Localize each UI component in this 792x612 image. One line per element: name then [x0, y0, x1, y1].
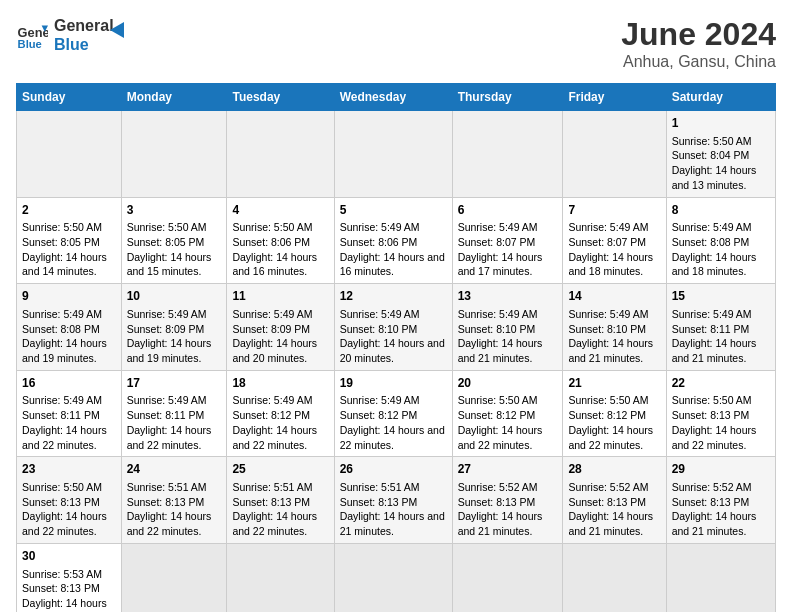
- sunrise-label: Sunrise: 5:50 AM: [127, 221, 207, 233]
- day-number: 25: [232, 461, 328, 478]
- sunrise-label: Sunrise: 5:49 AM: [232, 308, 312, 320]
- svg-marker-3: [110, 22, 124, 38]
- calendar-header: Sunday Monday Tuesday Wednesday Thursday…: [17, 84, 776, 111]
- daylight-label: Daylight: 14 hours and 22 minutes.: [232, 424, 317, 451]
- cell-week3-day4: 12 Sunrise: 5:49 AM Sunset: 8:10 PM Dayl…: [334, 284, 452, 371]
- title-block: June 2024 Anhua, Gansu, China: [621, 16, 776, 71]
- cell-week1-day1: [17, 111, 122, 198]
- cell-week5-day6: 28 Sunrise: 5:52 AM Sunset: 8:13 PM Dayl…: [563, 457, 666, 544]
- daylight-label: Daylight: 14 hours and 21 minutes.: [672, 337, 757, 364]
- daylight-label: Daylight: 14 hours and 22 minutes.: [672, 424, 757, 451]
- daylight-label: Daylight: 14 hours and 21 minutes.: [458, 337, 543, 364]
- calendar-location: Anhua, Gansu, China: [621, 53, 776, 71]
- daylight-label: Daylight: 14 hours and 19 minutes.: [127, 337, 212, 364]
- cell-week3-day1: 9 Sunrise: 5:49 AM Sunset: 8:08 PM Dayli…: [17, 284, 122, 371]
- week-row-4: 16 Sunrise: 5:49 AM Sunset: 8:11 PM Dayl…: [17, 370, 776, 457]
- day-number: 27: [458, 461, 558, 478]
- day-number: 5: [340, 202, 447, 219]
- sunset-label: Sunset: 8:08 PM: [672, 236, 750, 248]
- cell-week1-day5: [452, 111, 563, 198]
- col-thursday: Thursday: [452, 84, 563, 111]
- cell-week6-day2: [121, 543, 227, 612]
- sunrise-label: Sunrise: 5:50 AM: [22, 221, 102, 233]
- sunset-label: Sunset: 8:04 PM: [672, 149, 750, 161]
- sunrise-label: Sunrise: 5:49 AM: [458, 308, 538, 320]
- sunrise-label: Sunrise: 5:49 AM: [568, 221, 648, 233]
- day-number: 9: [22, 288, 116, 305]
- sunset-label: Sunset: 8:13 PM: [22, 496, 100, 508]
- cell-week6-day5: [452, 543, 563, 612]
- cell-week2-day6: 7 Sunrise: 5:49 AM Sunset: 8:07 PM Dayli…: [563, 197, 666, 284]
- logo-arrow-icon: [110, 18, 134, 42]
- sunset-label: Sunset: 8:12 PM: [568, 409, 646, 421]
- daylight-label: Daylight: 14 hours and 13 minutes.: [672, 164, 757, 191]
- sunrise-label: Sunrise: 5:50 AM: [22, 481, 102, 493]
- sunset-label: Sunset: 8:13 PM: [672, 496, 750, 508]
- svg-text:Blue: Blue: [18, 38, 42, 50]
- cell-week4-day7: 22 Sunrise: 5:50 AM Sunset: 8:13 PM Dayl…: [666, 370, 775, 457]
- sunrise-label: Sunrise: 5:49 AM: [340, 394, 420, 406]
- daylight-label: Daylight: 14 hours and 18 minutes.: [672, 251, 757, 278]
- cell-week2-day3: 4 Sunrise: 5:50 AM Sunset: 8:06 PM Dayli…: [227, 197, 334, 284]
- day-number: 6: [458, 202, 558, 219]
- cell-week4-day2: 17 Sunrise: 5:49 AM Sunset: 8:11 PM Dayl…: [121, 370, 227, 457]
- sunrise-label: Sunrise: 5:49 AM: [127, 308, 207, 320]
- daylight-label: Daylight: 14 hours and 21 minutes.: [672, 510, 757, 537]
- daylight-label: Daylight: 14 hours and 15 minutes.: [127, 251, 212, 278]
- daylight-label: Daylight: 14 hours and 17 minutes.: [458, 251, 543, 278]
- sunrise-label: Sunrise: 5:51 AM: [340, 481, 420, 493]
- day-number: 10: [127, 288, 222, 305]
- day-number: 17: [127, 375, 222, 392]
- daylight-label: Daylight: 14 hours and 16 minutes.: [232, 251, 317, 278]
- day-number: 13: [458, 288, 558, 305]
- cell-week6-day1: 30 Sunrise: 5:53 AM Sunset: 8:13 PM Dayl…: [17, 543, 122, 612]
- sunrise-label: Sunrise: 5:52 AM: [568, 481, 648, 493]
- cell-week6-day7: [666, 543, 775, 612]
- daylight-label: Daylight: 14 hours and 22 minutes.: [22, 510, 107, 537]
- daylight-label: Daylight: 14 hours and 21 minutes.: [568, 337, 653, 364]
- calendar-table: Sunday Monday Tuesday Wednesday Thursday…: [16, 83, 776, 612]
- sunrise-label: Sunrise: 5:50 AM: [672, 135, 752, 147]
- cell-week5-day5: 27 Sunrise: 5:52 AM Sunset: 8:13 PM Dayl…: [452, 457, 563, 544]
- day-number: 30: [22, 548, 116, 565]
- day-number: 3: [127, 202, 222, 219]
- day-number: 21: [568, 375, 660, 392]
- cell-week5-day1: 23 Sunrise: 5:50 AM Sunset: 8:13 PM Dayl…: [17, 457, 122, 544]
- sunset-label: Sunset: 8:13 PM: [232, 496, 310, 508]
- cell-week1-day6: [563, 111, 666, 198]
- sunset-label: Sunset: 8:06 PM: [340, 236, 418, 248]
- day-number: 12: [340, 288, 447, 305]
- sunset-label: Sunset: 8:09 PM: [127, 323, 205, 335]
- calendar-body: 1 Sunrise: 5:50 AM Sunset: 8:04 PM Dayli…: [17, 111, 776, 613]
- day-number: 8: [672, 202, 770, 219]
- sunset-label: Sunset: 8:10 PM: [568, 323, 646, 335]
- sunrise-label: Sunrise: 5:50 AM: [672, 394, 752, 406]
- sunset-label: Sunset: 8:13 PM: [127, 496, 205, 508]
- day-number: 7: [568, 202, 660, 219]
- sunset-label: Sunset: 8:12 PM: [232, 409, 310, 421]
- daylight-label: Daylight: 14 hours and 14 minutes.: [22, 251, 107, 278]
- week-row-1: 1 Sunrise: 5:50 AM Sunset: 8:04 PM Dayli…: [17, 111, 776, 198]
- week-row-3: 9 Sunrise: 5:49 AM Sunset: 8:08 PM Dayli…: [17, 284, 776, 371]
- sunrise-label: Sunrise: 5:49 AM: [340, 308, 420, 320]
- day-number: 11: [232, 288, 328, 305]
- sunset-label: Sunset: 8:05 PM: [22, 236, 100, 248]
- sunset-label: Sunset: 8:11 PM: [22, 409, 100, 421]
- sunrise-label: Sunrise: 5:50 AM: [232, 221, 312, 233]
- sunset-label: Sunset: 8:13 PM: [458, 496, 536, 508]
- cell-week5-day3: 25 Sunrise: 5:51 AM Sunset: 8:13 PM Dayl…: [227, 457, 334, 544]
- sunrise-label: Sunrise: 5:49 AM: [672, 221, 752, 233]
- daylight-label: Daylight: 14 hours and 21 minutes.: [340, 510, 445, 537]
- day-number: 16: [22, 375, 116, 392]
- cell-week6-day6: [563, 543, 666, 612]
- col-monday: Monday: [121, 84, 227, 111]
- logo-general-text: General: [54, 16, 114, 35]
- cell-week1-day3: [227, 111, 334, 198]
- cell-week3-day5: 13 Sunrise: 5:49 AM Sunset: 8:10 PM Dayl…: [452, 284, 563, 371]
- day-number: 1: [672, 115, 770, 132]
- sunrise-label: Sunrise: 5:53 AM: [22, 568, 102, 580]
- cell-week6-day4: [334, 543, 452, 612]
- cell-week1-day7: 1 Sunrise: 5:50 AM Sunset: 8:04 PM Dayli…: [666, 111, 775, 198]
- sunrise-label: Sunrise: 5:49 AM: [672, 308, 752, 320]
- week-row-2: 2 Sunrise: 5:50 AM Sunset: 8:05 PM Dayli…: [17, 197, 776, 284]
